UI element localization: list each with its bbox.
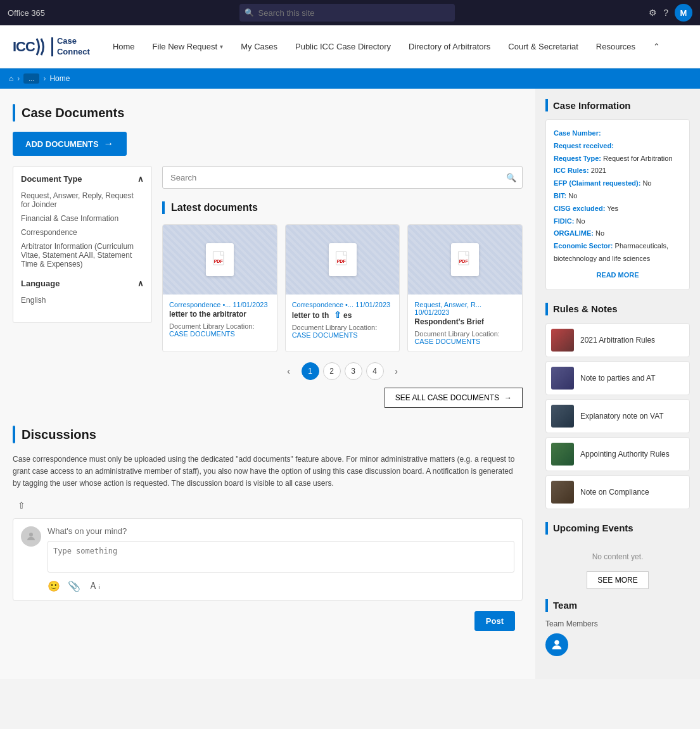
pagination: ‹ 1 2 3 4 › xyxy=(162,362,523,380)
filter-item[interactable]: Financial & Case Information xyxy=(21,212,144,225)
latest-bar xyxy=(162,201,165,214)
doc-card-location-link[interactable]: CASE DOCUMENTS xyxy=(169,330,235,338)
rules-notes-section: Rules & Notes 2021 Arbitration Rules Not… xyxy=(545,303,690,509)
case-info-row: Case Number: xyxy=(554,127,682,140)
read-more-link[interactable]: READ MORE xyxy=(554,269,682,282)
case-info-row: ORGALIME: No xyxy=(554,227,682,240)
filter-language-header[interactable]: Language ∧ xyxy=(21,279,144,288)
no-content-label: No content yet. xyxy=(545,542,690,571)
page-button-2[interactable]: 2 xyxy=(323,362,341,380)
discussion-input-row: What's on your mind? 🙂 📎 Ａᵢ xyxy=(21,526,514,593)
add-documents-button[interactable]: ADD DOCUMENTS → xyxy=(13,132,127,156)
list-item[interactable]: Note on Compliance xyxy=(545,475,690,509)
team-section: Team Team Members xyxy=(545,599,690,656)
discussion-toolbar: 🙂 📎 Ａᵢ xyxy=(48,580,514,593)
nav-resources[interactable]: Resources xyxy=(589,37,643,56)
svg-point-7 xyxy=(554,640,559,644)
rule-label: Note to parties and AT xyxy=(580,374,656,383)
search-input[interactable] xyxy=(239,4,455,22)
request-type-label: Request Type: xyxy=(554,155,601,162)
doc-card-location: Document Library Location: CASE DOCUMENT… xyxy=(169,322,270,338)
nav-home[interactable]: Home xyxy=(105,37,143,56)
avatar[interactable]: M xyxy=(675,4,692,22)
filters-panel: Document Type ∧ Request, Answer, Reply, … xyxy=(13,166,152,323)
rule-thumb xyxy=(551,329,574,352)
doc-card-body: Correspondence •... 11/01/2023 letter to… xyxy=(163,295,277,344)
post-row: Post xyxy=(13,606,523,636)
logo-wave-icon xyxy=(35,36,48,58)
list-item[interactable]: Explanatory note on VAT xyxy=(545,399,690,433)
see-all-label: SEE ALL CASE DOCUMENTS xyxy=(395,393,499,402)
add-docs-label: ADD DOCUMENTS xyxy=(25,139,99,149)
logo-text: CaseConnect xyxy=(57,36,90,58)
discussions-header: Discussions xyxy=(13,426,523,443)
doc-card-location-link[interactable]: CASE DOCUMENTS xyxy=(414,338,480,345)
page-button-4[interactable]: 4 xyxy=(366,362,384,380)
search-icon: 🔍 xyxy=(245,8,254,17)
list-item[interactable]: Appointing Authority Rules xyxy=(545,437,690,471)
settings-icon[interactable]: ⚙ xyxy=(649,8,657,18)
discussion-textarea[interactable] xyxy=(48,541,514,573)
left-panel: Case Documents ADD DOCUMENTS → Document … xyxy=(0,89,535,679)
team-avatar[interactable] xyxy=(545,633,568,656)
prev-page-button[interactable]: ‹ xyxy=(280,362,298,380)
case-information-section: Case Information Case Number: Request re… xyxy=(545,99,690,290)
discussions-collapse-button[interactable]: ⇧ xyxy=(18,500,25,510)
office-icon-area: ⚙ ? M xyxy=(649,4,692,22)
filter-item[interactable]: Request, Answer, Reply, Request for Join… xyxy=(21,189,144,212)
breadcrumb-home-icon[interactable]: ⌂ xyxy=(9,74,13,83)
emoji-icon[interactable]: 🙂 xyxy=(48,580,60,592)
case-info-row: Request received: xyxy=(554,140,682,153)
nav-court-secretariat[interactable]: Court & Secretariat xyxy=(500,37,586,56)
doc-card[interactable]: PDF Correspondence •... 11/01/2023 lette… xyxy=(162,224,277,352)
doc-search-input[interactable] xyxy=(162,166,523,189)
doc-card-thumbnail: PDF xyxy=(163,225,277,295)
nav-arbitrators[interactable]: Directory of Arbitrators xyxy=(401,37,498,56)
case-info-box: Case Number: Request received: Request T… xyxy=(545,119,690,290)
doc-card[interactable]: PDF Request, Answer, R... 10/01/2023 Res… xyxy=(407,224,523,352)
doc-card[interactable]: PDF Correspondence •... 11/01/2023 lette… xyxy=(285,224,400,352)
nav-links: Home File New Request ▾ My Cases Public … xyxy=(105,37,687,56)
page-button-3[interactable]: 3 xyxy=(345,362,362,380)
upcoming-events-bar xyxy=(545,522,548,535)
page-button-1[interactable]: 1 xyxy=(302,362,319,380)
filter-language-item[interactable]: English xyxy=(21,293,144,307)
text-format-icon[interactable]: Ａᵢ xyxy=(88,580,100,593)
see-more-button[interactable]: SEE MORE xyxy=(587,571,648,589)
attachment-icon[interactable]: 📎 xyxy=(68,580,80,592)
nav-file-new[interactable]: File New Request ▾ xyxy=(145,37,231,56)
see-all-button[interactable]: SEE ALL CASE DOCUMENTS → xyxy=(385,388,523,408)
next-page-button[interactable]: › xyxy=(388,362,405,380)
section-bar xyxy=(13,104,15,122)
pdf-file-icon: PDF xyxy=(456,251,474,269)
rules-list: 2021 Arbitration Rules Note to parties a… xyxy=(545,323,690,509)
doc-card-type: Request, Answer, R... 10/01/2023 xyxy=(414,301,516,316)
case-info-bar xyxy=(545,99,548,111)
filter-doc-type-header[interactable]: Document Type ∧ xyxy=(21,174,144,184)
filter-item[interactable]: Arbitrator Information (Curriculum Vitae… xyxy=(21,239,144,271)
economic-sector-label: Economic Sector: xyxy=(554,242,613,250)
office-search-area: 🔍 xyxy=(55,4,639,22)
nav-public-directory[interactable]: Public ICC Case Directory xyxy=(288,37,398,56)
help-icon[interactable]: ? xyxy=(663,8,668,18)
breadcrumb-pill[interactable]: ... xyxy=(23,73,39,84)
nav-more[interactable]: ⌃ xyxy=(646,37,668,56)
expand-icon[interactable]: ⇧ xyxy=(334,310,341,320)
list-item[interactable]: 2021 Arbitration Rules xyxy=(545,323,690,357)
icc-rules-label: ICC Rules: xyxy=(554,167,589,174)
fidic-value: No xyxy=(576,217,585,225)
rules-notes-title: Rules & Notes xyxy=(553,303,618,314)
rule-label: Explanatory note on VAT xyxy=(580,412,664,421)
filter-item[interactable]: Correspondence xyxy=(21,225,144,239)
case-number-label: Case Number: xyxy=(554,129,601,137)
post-button[interactable]: Post xyxy=(474,611,515,631)
list-item[interactable]: Note to parties and AT xyxy=(545,361,690,395)
nav-my-cases[interactable]: My Cases xyxy=(233,37,285,56)
filters-column: Document Type ∧ Request, Answer, Reply, … xyxy=(13,166,152,408)
doc-card-location-link[interactable]: CASE DOCUMENTS xyxy=(292,331,358,339)
logo-divider xyxy=(51,37,53,56)
pdf-icon: PDF xyxy=(206,243,234,276)
doc-card-location: Document Library Location: CASE DOCUMENT… xyxy=(414,330,516,345)
docs-column: 🔍 Latest documents xyxy=(162,166,523,408)
filter-language: Language ∧ English xyxy=(21,279,144,307)
